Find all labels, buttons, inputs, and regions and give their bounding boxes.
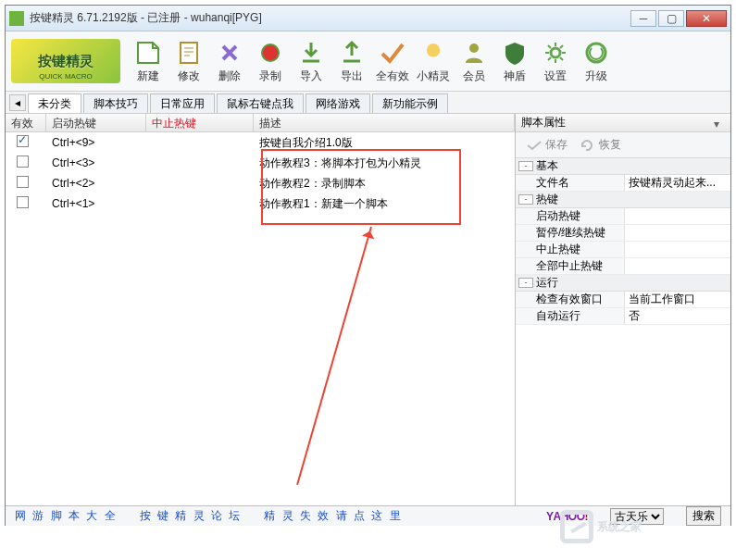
start-hotkey: Ctrl+<2> <box>46 177 146 190</box>
enable-checkbox[interactable] <box>17 156 29 168</box>
prop-row[interactable]: 中止热键 <box>516 242 730 258</box>
script-list: 有效 启动热键 中止热键 描述 Ctrl+<9>按键自我介绍1.0版Ctrl+<… <box>6 114 516 505</box>
prop-value[interactable] <box>625 258 730 274</box>
tab-4[interactable]: 网络游戏 <box>306 93 370 113</box>
toolbar-member-button[interactable]: 会员 <box>454 35 494 87</box>
prop-value[interactable] <box>625 208 730 224</box>
status-link-2[interactable]: 精 灵 失 效 请 点 这 里 <box>264 508 402 524</box>
list-header: 有效 启动热键 中止热键 描述 <box>6 114 515 132</box>
prop-section[interactable]: -基本 <box>516 158 730 175</box>
description: 动作教程1：新建一个脚本 <box>254 196 393 212</box>
properties-grid: -基本文件名按键精灵动起来...-热键启动热键暂停/继续热键中止热键全部中止热键… <box>516 158 730 505</box>
prop-row[interactable]: 自动运行否 <box>516 308 730 325</box>
prop-row[interactable]: 检查有效窗口当前工作窗口 <box>516 292 730 308</box>
toolbar-settings-button[interactable]: 设置 <box>535 35 576 87</box>
col-stop[interactable]: 中止热键 <box>146 114 254 131</box>
prop-label: 文件名 <box>516 175 625 191</box>
toolbar-upgrade-button[interactable]: 升级 <box>576 35 617 87</box>
prop-row[interactable]: 启动热键 <box>516 208 730 225</box>
prop-label: 中止热键 <box>516 242 625 257</box>
app-logo: 按键精灵 QUICK MACRO <box>11 39 120 83</box>
titlebar: 按键精灵 6.71.2192版 - 已注册 - wuhanqi[PYG] ─ ▢… <box>6 6 730 31</box>
settings-icon <box>542 39 569 67</box>
toolbar-record-button[interactable]: 录制 <box>250 35 291 87</box>
description: 动作教程3：将脚本打包为小精灵 <box>254 156 427 171</box>
col-enable[interactable]: 有效 <box>6 114 46 131</box>
search-select[interactable]: 古天乐 <box>610 508 664 525</box>
maximize-button[interactable]: ▢ <box>658 10 684 27</box>
tab-3[interactable]: 鼠标右键点我 <box>217 93 304 113</box>
restore-action[interactable]: 恢复 <box>580 137 621 153</box>
minimize-button[interactable]: ─ <box>630 10 656 27</box>
toolbar-new-button[interactable]: 新建 <box>128 35 168 87</box>
prop-row[interactable]: 全部中止热键 <box>516 258 730 275</box>
prop-value[interactable]: 按键精灵动起来... <box>625 175 730 191</box>
statusbar: 网 游 脚 本 大 全 按 键 精 灵 论 坛 精 灵 失 效 请 点 这 里 … <box>6 505 730 526</box>
annotation-arrow <box>296 227 372 485</box>
list-row[interactable]: Ctrl+<2>动作教程2：录制脚本 <box>6 173 515 193</box>
prop-row[interactable]: 文件名按键精灵动起来... <box>516 175 730 192</box>
enable-checkbox[interactable] <box>17 176 29 188</box>
record-icon <box>256 39 284 67</box>
list-row[interactable]: Ctrl+<3>动作教程3：将脚本打包为小精灵 <box>6 153 515 173</box>
prop-row[interactable]: 暂停/继续热键 <box>516 225 730 242</box>
tab-scroll-left[interactable]: ◂ <box>9 94 26 111</box>
toolbar-allvalid-button[interactable]: 全有效 <box>372 35 413 87</box>
enable-checkbox[interactable] <box>17 135 29 147</box>
enable-checkbox[interactable] <box>17 196 29 208</box>
prop-value[interactable] <box>625 225 730 241</box>
toolbar-export-button[interactable]: 导出 <box>331 35 372 87</box>
properties-header: 脚本属性 ▾ <box>516 114 730 132</box>
toolbar-elf-button[interactable]: 小精灵 <box>413 35 454 87</box>
allvalid-icon <box>379 39 406 67</box>
list-row[interactable]: Ctrl+<9>按键自我介绍1.0版 <box>6 132 515 153</box>
prop-section[interactable]: -运行 <box>516 275 730 292</box>
prop-section[interactable]: -热键 <box>516 192 730 208</box>
tab-5[interactable]: 新功能示例 <box>372 93 448 113</box>
svg-rect-0 <box>181 43 197 63</box>
toolbar-edit-button[interactable]: 修改 <box>168 35 209 87</box>
description: 动作教程2：录制脚本 <box>254 176 371 192</box>
prop-value[interactable]: 否 <box>625 308 730 324</box>
tab-2[interactable]: 日常应用 <box>150 93 215 113</box>
app-window: 按键精灵 6.71.2192版 - 已注册 - wuhanqi[PYG] ─ ▢… <box>5 5 731 526</box>
member-icon <box>460 39 488 67</box>
yahoo-logo: YAHOO! <box>546 510 588 523</box>
svg-point-1 <box>262 44 279 61</box>
list-row[interactable]: Ctrl+<1>动作教程1：新建一个脚本 <box>6 193 515 214</box>
close-button[interactable]: ✕ <box>686 10 727 27</box>
col-desc[interactable]: 描述 <box>254 114 515 131</box>
properties-title: 脚本属性 <box>521 115 566 131</box>
pin-icon[interactable]: ▾ <box>714 118 725 129</box>
prop-label: 全部中止热键 <box>516 258 625 274</box>
col-start[interactable]: 启动热键 <box>46 114 146 131</box>
prop-label: 暂停/继续热键 <box>516 225 625 241</box>
main-toolbar: 按键精灵 QUICK MACRO 新建修改删除录制导入导出全有效小精灵会员神盾设… <box>6 31 730 92</box>
prop-label: 自动运行 <box>516 308 625 324</box>
category-tabs: ◂ 未分类脚本技巧日常应用鼠标右键点我网络游戏新功能示例 <box>6 92 730 114</box>
prop-value[interactable]: 当前工作窗口 <box>625 292 730 307</box>
collapse-icon[interactable]: - <box>518 161 533 171</box>
prop-value[interactable] <box>625 242 730 257</box>
search-button[interactable]: 搜索 <box>686 506 721 526</box>
start-hotkey: Ctrl+<3> <box>46 156 146 169</box>
status-link-1[interactable]: 按 键 精 灵 论 坛 <box>140 508 243 524</box>
shield-icon <box>501 39 529 67</box>
toolbar-import-button[interactable]: 导入 <box>291 35 331 87</box>
window-title: 按键精灵 6.71.2192版 - 已注册 - wuhanqi[PYG] <box>30 10 630 26</box>
collapse-icon[interactable]: - <box>518 194 533 205</box>
tab-0[interactable]: 未分类 <box>28 93 81 113</box>
description: 按键自我介绍1.0版 <box>254 135 358 151</box>
elf-icon <box>419 39 447 67</box>
import-icon <box>297 39 325 67</box>
save-action[interactable]: 保存 <box>527 137 568 153</box>
tab-1[interactable]: 脚本技巧 <box>83 93 148 113</box>
restore-icon <box>580 140 595 151</box>
properties-actions: 保存 恢复 <box>516 132 730 158</box>
status-link-0[interactable]: 网 游 脚 本 大 全 <box>15 508 118 524</box>
properties-panel: 脚本属性 ▾ 保存 恢复 -基本文件名按键精灵动起来...-热键启动热键暂停/继… <box>516 114 730 505</box>
prop-label: 检查有效窗口 <box>516 292 625 307</box>
toolbar-delete-button[interactable]: 删除 <box>209 35 250 87</box>
collapse-icon[interactable]: - <box>518 278 533 288</box>
toolbar-shield-button[interactable]: 神盾 <box>494 35 535 87</box>
